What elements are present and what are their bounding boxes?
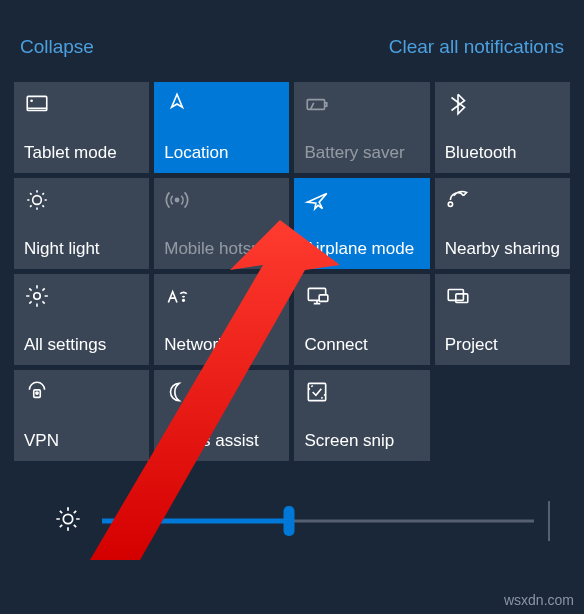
tablet-icon: [24, 90, 139, 118]
tile-airplane-mode[interactable]: Airplane mode: [294, 178, 429, 269]
tile-nearby-sharing[interactable]: Nearby sharing: [435, 178, 570, 269]
share-icon: [445, 186, 560, 214]
location-icon: [164, 90, 279, 118]
tile-label: Night light: [24, 239, 139, 259]
tile-network[interactable]: Network: [154, 274, 289, 365]
connect-icon: [304, 282, 419, 310]
tile-label: Screen snip: [304, 431, 419, 451]
gear-icon: [24, 282, 139, 310]
tile-label: Bluetooth: [445, 143, 560, 163]
clear-notifications-link[interactable]: Clear all notifications: [389, 36, 564, 58]
vpn-icon: [24, 378, 139, 406]
tile-label: Network: [164, 335, 279, 355]
moon-icon: [164, 378, 279, 406]
collapse-link[interactable]: Collapse: [20, 36, 94, 58]
tile-label: Battery saver: [304, 143, 419, 163]
tile-label: Location: [164, 143, 279, 163]
tile-mobile-hotspot: Mobile hotspot: [154, 178, 289, 269]
tile-focus-assist[interactable]: Focus assist: [154, 370, 289, 461]
brightness-icon: [54, 505, 82, 537]
header: Collapse Clear all notifications: [14, 14, 570, 82]
slider-fill: [102, 519, 289, 524]
tile-bluetooth[interactable]: Bluetooth: [435, 82, 570, 173]
tile-connect[interactable]: Connect: [294, 274, 429, 365]
watermark: wsxdn.com: [504, 592, 574, 608]
tile-project[interactable]: Project: [435, 274, 570, 365]
tile-label: VPN: [24, 431, 139, 451]
tile-night-light[interactable]: Night light: [14, 178, 149, 269]
tile-location[interactable]: Location: [154, 82, 289, 173]
brightness-row: [14, 501, 570, 541]
tile-tablet-mode[interactable]: Tablet mode: [14, 82, 149, 173]
slider-thumb[interactable]: [284, 506, 295, 536]
tile-label: Tablet mode: [24, 143, 139, 163]
action-center-panel: Collapse Clear all notifications Tablet …: [0, 0, 584, 541]
sun-icon: [24, 186, 139, 214]
tile-label: Mobile hotspot: [164, 239, 279, 259]
bluetooth-icon: [445, 90, 560, 118]
quick-actions-grid: Tablet modeLocationBattery saverBluetoot…: [14, 82, 570, 461]
airplane-icon: [304, 186, 419, 214]
tile-label: All settings: [24, 335, 139, 355]
tile-vpn[interactable]: VPN: [14, 370, 149, 461]
tile-label: Focus assist: [164, 431, 279, 451]
tile-screen-snip[interactable]: Screen snip: [294, 370, 429, 461]
tile-label: Airplane mode: [304, 239, 419, 259]
tile-label: Project: [445, 335, 560, 355]
tile-all-settings[interactable]: All settings: [14, 274, 149, 365]
snip-icon: [304, 378, 419, 406]
network-icon: [164, 282, 279, 310]
tile-label: Connect: [304, 335, 419, 355]
brightness-slider[interactable]: [102, 501, 550, 541]
hotspot-icon: [164, 186, 279, 214]
battery-icon: [304, 90, 419, 118]
project-icon: [445, 282, 560, 310]
tile-label: Nearby sharing: [445, 239, 560, 259]
tile-battery-saver: Battery saver: [294, 82, 429, 173]
